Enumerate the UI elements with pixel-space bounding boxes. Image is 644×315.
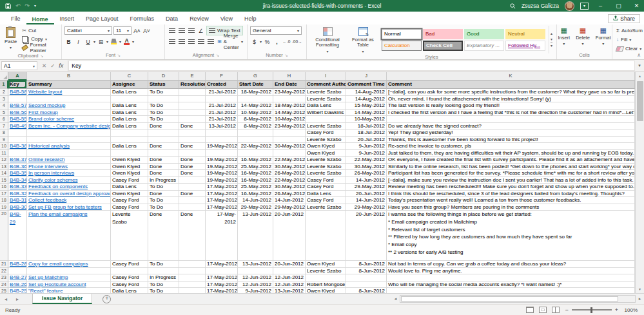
clipboard-dialog-launcher-icon[interactable]: ↘ [41, 53, 44, 58]
gallery-down-icon[interactable]: ▾ [551, 37, 552, 42]
cell-K4[interactable]: The last version is really looking good … [387, 102, 635, 110]
italic-button[interactable]: I [74, 37, 83, 46]
cell-J21[interactable]: 8-Jun-2012 [346, 261, 387, 268]
autosum-button[interactable]: ΣAutoSum▾ [615, 26, 644, 35]
cell-J5[interactable]: 14-May-2012 [346, 110, 387, 117]
cell-D25[interactable]: To Do [148, 288, 179, 293]
cell-F7[interactable]: 13-Jul-2012 [206, 123, 238, 130]
cell-C13[interactable]: Owen Klyed [111, 164, 148, 171]
cell-G5[interactable]: 10-May-2012 [238, 110, 273, 117]
cell-G15[interactable]: 16-May-2012 [238, 177, 273, 184]
cell-B20[interactable]: Plan the email campaigns [27, 211, 111, 261]
cell-style-followed-hy[interactable]: Followed Hy... [505, 41, 545, 51]
cell-E10[interactable]: Done [179, 143, 206, 150]
cell-style-explanatory[interactable]: Explanatory ... [464, 41, 504, 51]
cell-I8[interactable]: Casey Ford [306, 129, 346, 137]
row-number-2[interactable]: 2 [0, 89, 8, 96]
cell-K20[interactable]: I wanna see the following things in plac… [387, 211, 635, 261]
cell-C24[interactable]: Casey Ford [111, 282, 148, 289]
cell-G14[interactable]: 16-May-2012 [238, 170, 273, 177]
cell-C20[interactable]: Levente Szabo [111, 211, 148, 261]
scroll-right-icon[interactable]: ▸ [636, 296, 644, 301]
cell-A2[interactable]: B4B-58 [8, 89, 27, 96]
cell-C17[interactable]: Owen Klyed [111, 191, 148, 198]
cell-G1[interactable]: Start Date [238, 81, 273, 89]
paste-button[interactable]: Paste ▾ [3, 26, 19, 52]
cell-style-normal[interactable]: Normal [382, 29, 422, 39]
cell-B2[interactable]: Website layout [27, 89, 111, 96]
cell-J3[interactable]: 14-Aug-2012 [346, 96, 387, 103]
cell-K15[interactable]: [~dalia], make sure you review the instr… [387, 177, 635, 184]
cell-G19[interactable]: 29-May-2012 [238, 204, 273, 211]
column-header-E[interactable]: E [179, 72, 206, 81]
cell-G21[interactable]: 13-Jun-2012 [238, 261, 273, 268]
cell-I25[interactable]: Owen Klyed [306, 288, 346, 293]
cell-D2[interactable]: To Do [148, 89, 179, 96]
cell-I9[interactable]: Levente Szabo [306, 137, 346, 144]
row-number-25[interactable]: 25 [0, 288, 8, 293]
zoom-out-icon[interactable]: − [565, 307, 568, 313]
cell-D24[interactable]: To Do [148, 282, 179, 289]
cell-F5[interactable]: 21-Jul-2012 [206, 110, 238, 117]
new-sheet-button[interactable]: + [102, 295, 111, 303]
cell-H4[interactable]: 18-May-2012 [273, 102, 306, 110]
cell-I2[interactable]: Levente Szabo [306, 89, 346, 96]
cell-K11[interactable]: Just talked to them, they are having dif… [387, 150, 635, 157]
font-name-combo[interactable]: Calibri▾ [64, 26, 112, 35]
cell-H14[interactable]: 26-May-2012 [273, 170, 306, 177]
user-name[interactable]: Zsuzsa Galicza [522, 3, 559, 9]
cell-G13[interactable]: 25-May-2012 [238, 164, 273, 171]
cell-D1[interactable]: Status [148, 81, 179, 89]
cell-H1[interactable]: End Date [273, 81, 306, 89]
cell-K24[interactable]: Who will be managing the social media ac… [387, 282, 635, 289]
align-right-icon[interactable] [187, 37, 195, 46]
column-header-K[interactable]: K [387, 72, 635, 81]
row-number-12[interactable]: 12 [0, 157, 8, 164]
cell-E13[interactable]: Done [179, 164, 206, 171]
cell-J10[interactable]: 9-Jun-2012 [346, 143, 387, 150]
tab-help[interactable]: Help [239, 14, 262, 24]
cell-B19[interactable]: Set up FB group for beta testers [27, 204, 111, 211]
cell-K21[interactable]: Not bad in terms of copy. Can we grab a … [387, 261, 635, 268]
cell-B1[interactable]: Summary [27, 81, 111, 89]
font-color-icon[interactable]: A [122, 37, 131, 46]
cell-I13[interactable]: Levente Szabo [306, 164, 346, 171]
cell-A4[interactable]: B4B-57 [8, 102, 27, 110]
row-number-23[interactable]: 23 [0, 274, 8, 282]
cell-G20[interactable]: 13-Jun-2012 [238, 211, 273, 261]
page-layout-view-icon[interactable] [539, 307, 547, 313]
insert-cells-button[interactable]: ▦Insert▾ [556, 26, 572, 52]
row-number-14[interactable]: 14 [0, 170, 8, 177]
cell-B18[interactable]: Collect feedback [27, 197, 111, 204]
delete-cells-button[interactable]: ▦Delete▾ [574, 26, 592, 52]
row-number-5[interactable]: 5 [0, 110, 8, 117]
cell-F12[interactable]: 19-May-2012 [206, 157, 238, 164]
cell-style-calculation[interactable]: Calculation [382, 41, 422, 51]
cell-C18[interactable]: Casey Ford [111, 197, 148, 204]
cell-F25[interactable]: 17-May-2012 [206, 288, 238, 293]
cell-K13[interactable]: Similarly to the online research, list h… [387, 164, 635, 171]
row-number-3[interactable]: 3 [0, 96, 8, 103]
borders-icon[interactable]: ⊞ [97, 37, 105, 46]
cell-F1[interactable]: Created [206, 81, 238, 89]
cell-A5[interactable]: B4B-56 [8, 110, 27, 117]
cell-J8[interactable]: 18-Jul-2012 [346, 129, 387, 137]
share-button[interactable]: Share [608, 14, 640, 23]
align-left-icon[interactable] [168, 37, 176, 46]
cell-K2[interactable]: [~dalia], can you ask for some more spec… [387, 89, 635, 96]
tab-page-layout[interactable]: Page Layout [80, 14, 124, 24]
cell-C19[interactable]: Casey Ford [111, 204, 148, 211]
cell-J2[interactable]: 14-Aug-2012 [346, 89, 387, 96]
cell-B5[interactable]: First mockup [27, 110, 111, 117]
comma-style-icon[interactable]: , [273, 37, 281, 46]
cell-B17[interactable]: Feedback on overall design approach [27, 191, 111, 198]
align-center-icon[interactable] [177, 37, 186, 46]
row-number-21[interactable]: 21 [0, 261, 8, 268]
tab-home[interactable]: Home [26, 14, 54, 25]
cell-H13[interactable]: 30-May-2012 [273, 164, 306, 171]
cell-K16[interactable]: Review meeting has been rescheduled!!! M… [387, 184, 635, 191]
cell-H15[interactable]: 22-May-2012 [273, 177, 306, 184]
scroll-down-icon[interactable]: ▾ [639, 285, 641, 293]
cell-D14[interactable]: Done [148, 170, 179, 177]
cell-A12[interactable]: B4B-37 [8, 157, 27, 164]
